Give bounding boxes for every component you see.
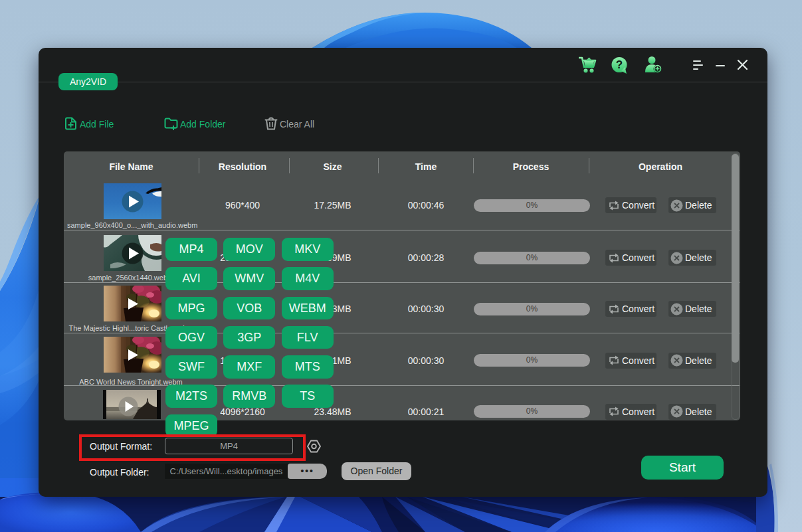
svg-text:?: ?: [616, 58, 623, 71]
